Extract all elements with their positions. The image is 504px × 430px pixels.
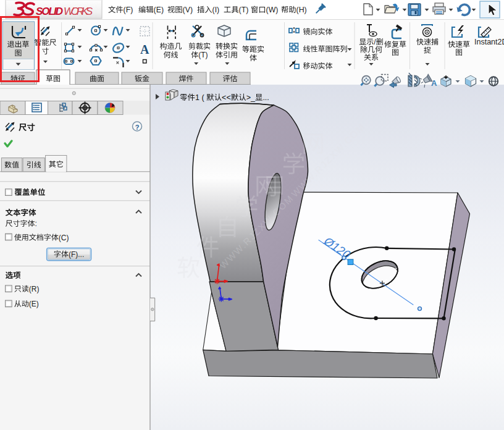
svg-text:(V): (V) [183,6,193,14]
svg-text::: : [35,219,37,228]
svg-text:(E): (E) [154,6,164,14]
svg-text:WORKS: WORKS [64,6,93,17]
svg-text:(W): (W) [266,6,279,14]
svg-text:(E): (E) [29,300,39,308]
svg-text:(F)...: (F)... [69,250,84,259]
svg-text:(R): (R) [29,285,40,293]
svg-text:1 (: 1 ( [195,93,204,102]
svg-text:SOLID: SOLID [36,6,63,17]
svg-text:(C): (C) [59,234,69,242]
svg-text:<<: << [222,93,231,102]
svg-text:(H): (H) [296,6,307,14]
svg-text:>_: >_ [246,93,256,102]
svg-text:...: ... [262,93,269,102]
svg-text:(T): (T) [198,51,208,59]
svg-text:(F): (F) [124,6,133,14]
svg-text:A: A [140,43,149,56]
svg-text:(T): (T) [239,6,249,14]
svg-text:(I): (I) [212,6,220,14]
svg-text:?: ? [135,124,140,131]
svg-text:Instant2D: Instant2D [474,38,504,46]
svg-text:A: A [431,78,437,88]
